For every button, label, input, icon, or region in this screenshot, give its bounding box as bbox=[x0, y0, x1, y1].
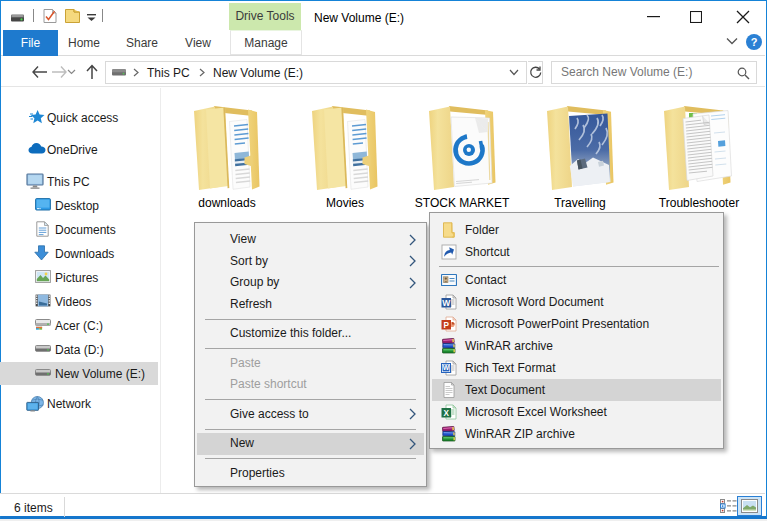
svg-text:P: P bbox=[443, 321, 449, 330]
svg-text:X: X bbox=[443, 409, 449, 418]
svg-text:W: W bbox=[442, 298, 451, 308]
svg-text:?: ? bbox=[751, 36, 758, 48]
svg-text:W: W bbox=[443, 364, 450, 371]
